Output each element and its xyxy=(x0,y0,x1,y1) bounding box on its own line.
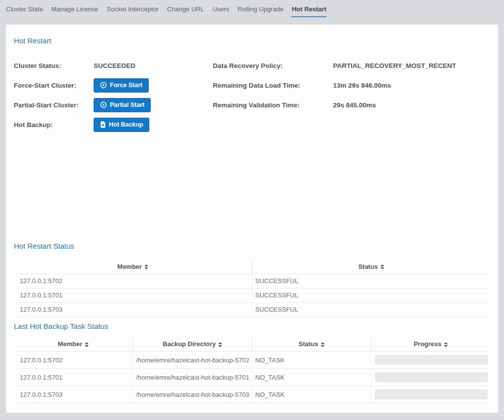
data-recovery-policy-row: Data Recovery Policy: PARTIAL_RECOVERY_M… xyxy=(213,56,490,75)
force-start-row: Force-Start Cluster: Force Start xyxy=(14,75,213,95)
column-header-label: Progress xyxy=(414,340,441,348)
table-row: 127.0.0.1:5701 /home/emre/hazelcast-hot-… xyxy=(14,369,490,386)
status-cell: NO_TASK xyxy=(252,369,371,386)
column-header-label: Status xyxy=(299,340,318,348)
column-header-member[interactable]: Member xyxy=(14,259,252,274)
hot-backup-row: Hot Backup: Hot Backup xyxy=(14,115,213,134)
remaining-validation-label: Remaining Validation Time: xyxy=(213,101,333,109)
form-column-left: Cluster Status: SUCCEEDED Force-Start Cl… xyxy=(14,56,213,134)
column-header-label: Member xyxy=(117,263,142,270)
tab-change-url[interactable]: Change URL xyxy=(167,5,204,16)
force-start-button[interactable]: Force Start xyxy=(94,78,149,93)
hot-restart-panel: Hot Restart Cluster Status: SUCCEEDED Fo… xyxy=(6,25,498,413)
table-row: 127.0.0.1:5703 SUCCESSFUL xyxy=(14,302,490,317)
remaining-validation-value: 29s 845.00ms xyxy=(333,101,376,109)
last-hot-backup-table: Member Backup Directory Status Progress … xyxy=(14,337,490,404)
tab-bar: Cluster State Manage License Socket Inte… xyxy=(0,0,504,19)
tab-cluster-state[interactable]: Cluster State xyxy=(5,5,43,16)
column-header-status[interactable]: Status xyxy=(252,259,491,274)
status-cell: SUCCESSFUL xyxy=(252,302,491,317)
partial-start-row: Partial-Start Cluster: Partial Start xyxy=(14,95,213,115)
tab-hot-restart[interactable]: Hot Restart xyxy=(291,5,327,17)
status-cell: NO_TASK xyxy=(252,386,371,403)
column-header-backup-directory[interactable]: Backup Directory xyxy=(133,337,252,352)
hot-backup-label: Hot Backup: xyxy=(14,121,94,129)
partial-start-label: Partial-Start Cluster: xyxy=(14,101,94,109)
data-recovery-policy-value: PARTIAL_RECOVERY_MOST_RECENT xyxy=(333,62,456,69)
status-cell: NO_TASK xyxy=(252,352,371,369)
member-cell: 127.0.0.1:5703 xyxy=(14,386,133,403)
member-cell: 127.0.0.1:5701 xyxy=(14,369,133,386)
tab-socket-interceptor[interactable]: Socket Interceptor xyxy=(106,5,160,16)
tab-users[interactable]: Users xyxy=(212,5,230,16)
sort-icon xyxy=(321,342,325,347)
member-cell: 127.0.0.1:5703 xyxy=(14,302,252,317)
table-row: 127.0.0.1:5703 /home/emre/hazelcast-hot-… xyxy=(14,386,490,403)
backup-directory-cell: /home/emre/hazelcast-hot-backup-5703 xyxy=(133,386,252,403)
table-row: 127.0.0.1:5701 SUCCESSFUL xyxy=(14,288,490,302)
sort-icon xyxy=(144,264,148,269)
column-header-label: Status xyxy=(358,263,378,270)
cluster-status-value: SUCCEEDED xyxy=(94,62,135,69)
sort-icon xyxy=(380,264,384,269)
form-column-right: Data Recovery Policy: PARTIAL_RECOVERY_M… xyxy=(213,56,490,134)
partial-start-button-label: Partial Start xyxy=(110,101,144,108)
progress-bar xyxy=(375,355,488,365)
progress-bar xyxy=(375,389,488,399)
status-cell: SUCCESSFUL xyxy=(252,288,491,302)
column-header-label: Member xyxy=(58,340,82,348)
hot-restart-form: Cluster Status: SUCCEEDED Force-Start Cl… xyxy=(14,56,490,134)
column-header-status[interactable]: Status xyxy=(252,337,371,352)
file-download-icon xyxy=(100,121,106,128)
remaining-validation-row: Remaining Validation Time: 29s 845.00ms xyxy=(213,95,490,115)
play-circle-icon xyxy=(100,82,107,89)
tab-rolling-upgrade[interactable]: Rolling Upgrade xyxy=(237,5,284,16)
member-cell: 127.0.0.1:5702 xyxy=(14,274,252,288)
page-title: Hot Restart xyxy=(14,36,490,45)
remaining-data-load-value: 13m 29s 846.00ms xyxy=(333,82,391,89)
hot-backup-button[interactable]: Hot Backup xyxy=(94,118,149,132)
member-cell: 127.0.0.1:5701 xyxy=(14,288,252,302)
last-hot-backup-title: Last Hot Backup Task Status xyxy=(14,322,490,330)
cluster-status-label: Cluster Status: xyxy=(14,62,94,69)
hot-backup-button-label: Hot Backup xyxy=(109,121,143,128)
progress-bar xyxy=(375,372,488,382)
progress-cell xyxy=(371,386,490,403)
column-header-label: Backup Directory xyxy=(163,340,216,348)
backup-directory-cell: /home/emre/hazelcast-hot-backup-5702 xyxy=(133,352,252,369)
data-recovery-policy-label: Data Recovery Policy: xyxy=(213,62,333,69)
hot-restart-status-title: Hot Restart Status xyxy=(14,242,490,250)
sort-icon xyxy=(218,342,222,347)
hot-restart-status-table: Member Status 127.0.0.1:5702 SUCCESSFUL … xyxy=(14,259,490,317)
remaining-data-load-row: Remaining Data Load Time: 13m 29s 846.00… xyxy=(213,75,490,95)
column-header-member[interactable]: Member xyxy=(14,337,133,352)
partial-start-button[interactable]: Partial Start xyxy=(94,98,151,112)
table-row: 127.0.0.1:5702 SUCCESSFUL xyxy=(14,274,490,288)
sort-icon xyxy=(444,342,448,347)
progress-cell xyxy=(371,369,490,386)
table-header-row: Member Backup Directory Status Progress xyxy=(14,337,490,352)
cluster-status-row: Cluster Status: SUCCEEDED xyxy=(14,56,213,75)
status-cell: SUCCESSFUL xyxy=(252,274,491,288)
table-row: 127.0.0.1:5702 /home/emre/hazelcast-hot-… xyxy=(14,352,490,369)
column-header-progress[interactable]: Progress xyxy=(371,337,490,352)
backup-directory-cell: /home/emre/hazelcast-hot-backup-5701 xyxy=(133,369,252,386)
play-circle-icon xyxy=(100,101,107,108)
force-start-label: Force-Start Cluster: xyxy=(14,82,94,89)
sort-icon xyxy=(85,342,89,347)
tab-manage-license[interactable]: Manage License xyxy=(51,5,99,16)
remaining-data-load-label: Remaining Data Load Time: xyxy=(213,82,333,89)
table-header-row: Member Status xyxy=(14,259,490,274)
force-start-button-label: Force Start xyxy=(110,82,142,89)
progress-cell xyxy=(371,352,490,369)
member-cell: 127.0.0.1:5702 xyxy=(14,352,133,369)
